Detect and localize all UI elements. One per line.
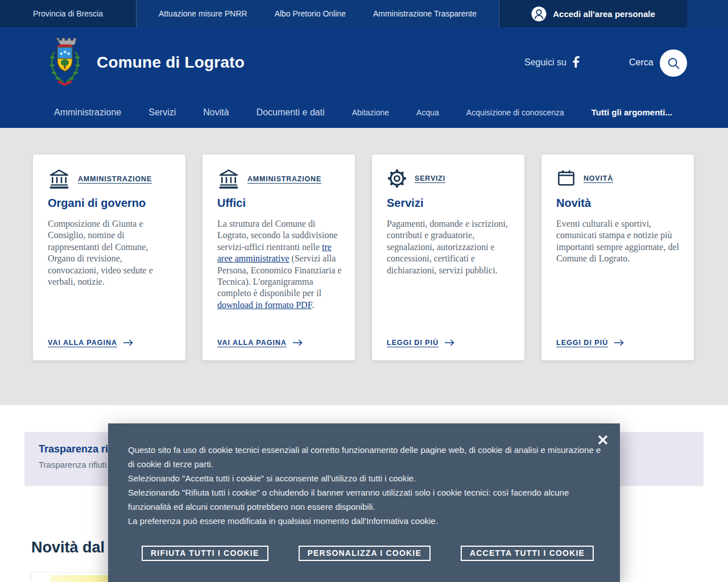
topbar-link-amministrazione-trasparente[interactable]: Amministrazione Trasparente [373,9,477,18]
search-label: Cerca [629,57,653,68]
calendar-icon [556,168,576,188]
card-title: Novità [556,197,591,210]
arrow-right-icon [292,339,303,347]
card-servizi: SERVIZI Servizi Pagamenti, domande e isc… [372,155,524,360]
nav-item-acqua[interactable]: Acqua [416,108,439,117]
body-text: La struttura del Comune di Lograto, seco… [217,219,338,252]
follow-label: Seguici su [524,57,566,68]
card-category-link[interactable]: SERVIZI [415,174,445,182]
reject-all-cookies-button[interactable]: RIFIUTA TUTTI I COOKIE [142,546,268,561]
user-icon [531,6,547,22]
customize-cookies-button[interactable]: PERSONALIZZA I COOKIE [299,546,431,561]
card-title: Uffici [217,197,246,210]
cookie-paragraph: Questo sito fa uso di cookie tecnici ess… [128,443,604,471]
topbar-link-albo-pretorio[interactable]: Albo Pretorio Online [275,9,346,18]
topbar-link-pnrr[interactable]: Attuazione misure PNRR [159,9,247,18]
card-category-link[interactable]: AMMINISTRAZIONE [247,175,321,183]
card-title: Servizi [387,197,423,210]
cookie-banner: Questo sito fa uso di cookie tecnici ess… [108,423,620,582]
svg-text:★: ★ [67,51,71,56]
inline-link-download-pdf[interactable]: download in formato PDF [217,300,312,310]
arrow-right-icon [444,339,455,347]
band-subtitle: Trasparenza rifiuti [39,460,107,469]
card-cta-link[interactable]: LEGGI DI PIÙ [556,339,624,347]
nav-item-novita[interactable]: Novità [203,107,229,118]
card-novita: NOVITÀ Novità Eventi culturali e sportiv… [541,155,694,360]
page: Provincia di Brescia Attuazione misure P… [0,0,728,582]
topbar: Provincia di Brescia Attuazione misure P… [0,0,728,27]
nav-item-servizi[interactable]: Servizi [148,107,176,118]
arrow-right-icon [614,339,624,347]
card-title: Organi di governo [48,197,146,210]
card-category-link[interactable]: AMMINISTRAZIONE [78,175,152,183]
accept-all-cookies-button[interactable]: ACCETTA TUTTI I COOKIE [461,546,594,561]
topbar-area-label: Provincia di Brescia [0,0,136,27]
nav-item-amministrazione[interactable]: Amministrazione [54,107,121,118]
cookie-buttons: RIFIUTA TUTTI I COOKIE PERSONALIZZA I CO… [142,546,594,561]
nav-item-abitazione[interactable]: Abitazione [352,108,389,117]
nav-item-documenti-e-dati[interactable]: Documenti e dati [257,107,325,118]
cookie-paragraph: Selezionando "Rifiuta tutti i cookie" o … [128,485,604,514]
search-button[interactable] [660,49,687,77]
card-description: Eventi culturali e sportivi, comunicati … [556,218,682,265]
login-button[interactable]: Accedi all'area personale [499,0,687,27]
bank-icon [48,168,71,190]
topbar-links: Attuazione misure PNRR Albo Pretorio Onl… [136,0,499,27]
site-header: ★ ★ ★ Comune di Lograto Seguici su Cerca [0,27,728,128]
card-cta-link[interactable]: VAI ALLA PAGINA [48,339,134,347]
main-navigation: Amministrazione Servizi Novità Documenti… [54,97,672,128]
nav-item-acquisizione-di-conoscenza[interactable]: Acquisizione di conoscenza [466,108,564,117]
card-cta-link[interactable]: LEGGI DI PIÙ [387,339,455,347]
cookie-paragraph: La preferenza può essere modificata in q… [128,514,604,528]
search-icon [667,57,680,70]
card-description: Composizione di Giunta e Consiglio, nomi… [48,218,174,288]
body-text: . [312,300,314,310]
facebook-icon[interactable] [571,56,581,68]
arrow-right-icon [123,339,134,347]
municipal-coat-of-arms[interactable]: ★ ★ ★ [48,35,82,91]
topbar-spacer [687,0,728,27]
card-description: Pagamenti, domande e iscrizioni, contrib… [387,218,513,276]
login-label: Accedi all'area personale [553,9,655,19]
nav-item-tutti-gli-argomenti[interactable]: Tutti gli argomenti... [592,107,672,117]
card-category-link[interactable]: NOVITÀ [584,174,613,182]
area-label: Provincia di Brescia [33,9,103,18]
card-description: La struttura del Comune di Lograto, seco… [217,218,344,311]
site-title[interactable]: Comune di Lograto [97,53,245,72]
cookie-banner-text: Questo sito fa uso di cookie tecnici ess… [128,443,604,528]
card-uffici: AMMINISTRAZIONE Uffici La struttura del … [202,155,355,360]
news-section-title: Novità dal [31,539,105,556]
cookie-paragraph: Selezionando "Accetta tutti i cookie" si… [128,471,604,485]
card-organi-di-governo: AMMINISTRAZIONE Organi di governo Compos… [33,155,185,360]
bank-icon [217,168,240,190]
gear-icon [387,168,407,189]
card-cta-link[interactable]: VAI ALLA PAGINA [217,339,303,347]
